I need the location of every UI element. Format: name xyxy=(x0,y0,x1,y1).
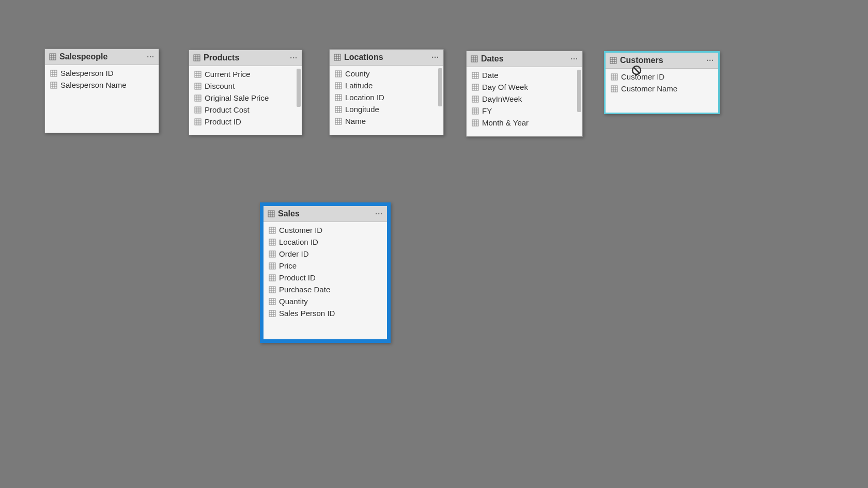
field-item[interactable]: Day Of Week xyxy=(467,81,582,93)
field-item[interactable]: Discount xyxy=(189,80,302,92)
field-item[interactable]: Date xyxy=(467,69,582,81)
svg-rect-20 xyxy=(195,71,201,77)
field-icon xyxy=(50,82,57,89)
svg-rect-105 xyxy=(610,57,616,64)
svg-rect-130 xyxy=(269,239,275,245)
field-item[interactable]: Product Cost xyxy=(189,104,302,116)
field-item[interactable]: DayInWeek xyxy=(467,93,582,105)
field-item[interactable]: Name xyxy=(330,115,443,127)
svg-rect-30 xyxy=(195,95,201,101)
field-icon xyxy=(472,96,479,103)
field-item[interactable]: Location ID xyxy=(264,236,387,248)
field-item[interactable]: Price xyxy=(264,260,387,272)
more-options-icon[interactable]: ··· xyxy=(375,210,383,218)
field-icon xyxy=(611,85,618,92)
svg-rect-125 xyxy=(269,227,275,233)
field-list: Customer ID Customer Name xyxy=(606,69,718,97)
more-options-icon[interactable]: ··· xyxy=(706,56,714,65)
field-item[interactable]: Product ID xyxy=(189,116,302,128)
table-title: Sales xyxy=(278,209,300,218)
svg-rect-40 xyxy=(195,119,201,125)
field-item[interactable]: County xyxy=(330,68,443,80)
field-item[interactable]: Customer ID xyxy=(264,224,387,236)
field-item[interactable]: Order ID xyxy=(264,248,387,260)
field-item[interactable]: Original Sale Price xyxy=(189,92,302,104)
field-icon xyxy=(194,83,202,90)
table-locations[interactable]: Locations ··· County Latitude Location I… xyxy=(329,49,444,135)
svg-rect-150 xyxy=(269,287,275,293)
field-icon xyxy=(269,274,276,281)
field-item[interactable]: Location ID xyxy=(330,91,443,103)
table-salespeople[interactable]: Salespeople ··· Salesperson ID Salespers… xyxy=(44,49,159,133)
field-item[interactable]: Sales Person ID xyxy=(264,307,387,319)
svg-rect-75 xyxy=(471,56,477,62)
field-item[interactable]: Customer Name xyxy=(606,83,718,95)
field-item[interactable]: Salesperson Name xyxy=(45,79,159,91)
field-icon xyxy=(269,286,276,293)
field-list: Customer ID Location ID Order ID Price P… xyxy=(264,222,387,321)
svg-rect-55 xyxy=(335,83,342,89)
field-icon xyxy=(335,82,342,89)
svg-rect-25 xyxy=(195,83,201,89)
svg-rect-65 xyxy=(335,106,342,113)
more-options-icon[interactable]: ··· xyxy=(147,53,154,61)
scrollbar[interactable] xyxy=(577,70,581,112)
field-item[interactable]: Quantity xyxy=(264,295,387,307)
field-icon xyxy=(194,118,202,125)
svg-rect-100 xyxy=(472,120,478,126)
field-item[interactable]: Salesperson ID xyxy=(45,67,159,79)
field-icon xyxy=(472,119,479,127)
table-header[interactable]: Products ··· xyxy=(189,50,302,66)
table-icon xyxy=(49,53,56,60)
table-header[interactable]: Sales ··· xyxy=(264,206,387,222)
svg-rect-160 xyxy=(269,310,275,317)
svg-rect-0 xyxy=(50,54,56,60)
more-options-icon[interactable]: ··· xyxy=(431,53,439,61)
field-icon xyxy=(611,73,618,81)
field-item[interactable]: Latitude xyxy=(330,80,443,91)
field-item[interactable]: Longitude xyxy=(330,103,443,115)
svg-rect-110 xyxy=(611,74,617,80)
table-products[interactable]: Products ··· Current Price Discount Orig… xyxy=(189,50,302,135)
more-options-icon[interactable]: ··· xyxy=(290,54,298,62)
table-header[interactable]: Locations ··· xyxy=(330,50,443,66)
field-icon xyxy=(269,250,276,258)
field-icon xyxy=(335,118,342,125)
field-item[interactable]: Month & Year xyxy=(467,117,582,129)
scrollbar[interactable] xyxy=(297,69,301,107)
svg-rect-145 xyxy=(269,275,275,281)
more-options-icon[interactable]: ··· xyxy=(570,55,578,63)
table-header[interactable]: Salespeople ··· xyxy=(45,49,159,65)
table-header[interactable]: Customers ··· xyxy=(606,53,718,69)
field-icon xyxy=(472,72,479,79)
svg-rect-5 xyxy=(51,70,57,76)
field-item[interactable]: FY xyxy=(467,105,582,117)
svg-rect-95 xyxy=(472,108,478,114)
table-dates[interactable]: Dates ··· Date Day Of Week DayInWeek FY … xyxy=(466,51,583,137)
table-header[interactable]: Dates ··· xyxy=(467,51,582,67)
svg-rect-80 xyxy=(472,72,478,78)
table-customers[interactable]: Customers ··· Customer ID Customer Name xyxy=(604,51,720,114)
svg-rect-70 xyxy=(335,118,342,124)
field-icon xyxy=(194,71,202,78)
field-icon xyxy=(335,94,342,101)
field-icon xyxy=(269,298,276,305)
svg-rect-120 xyxy=(268,211,274,217)
table-icon xyxy=(268,210,275,217)
scrollbar[interactable] xyxy=(438,68,442,106)
field-item[interactable]: Current Price xyxy=(189,68,302,80)
table-title: Dates xyxy=(481,54,504,64)
svg-rect-15 xyxy=(194,55,200,61)
field-icon xyxy=(269,262,276,270)
svg-rect-155 xyxy=(269,298,275,305)
table-icon xyxy=(471,55,478,62)
table-title: Customers xyxy=(620,56,663,65)
field-icon xyxy=(335,106,342,113)
table-icon xyxy=(334,54,341,61)
field-item[interactable]: Product ID xyxy=(264,272,387,284)
field-item[interactable]: Customer ID xyxy=(606,71,718,83)
field-icon xyxy=(472,107,479,115)
svg-rect-85 xyxy=(472,84,478,90)
table-sales[interactable]: Sales ··· Customer ID Location ID Order … xyxy=(260,202,391,343)
field-item[interactable]: Purchase Date xyxy=(264,284,387,295)
